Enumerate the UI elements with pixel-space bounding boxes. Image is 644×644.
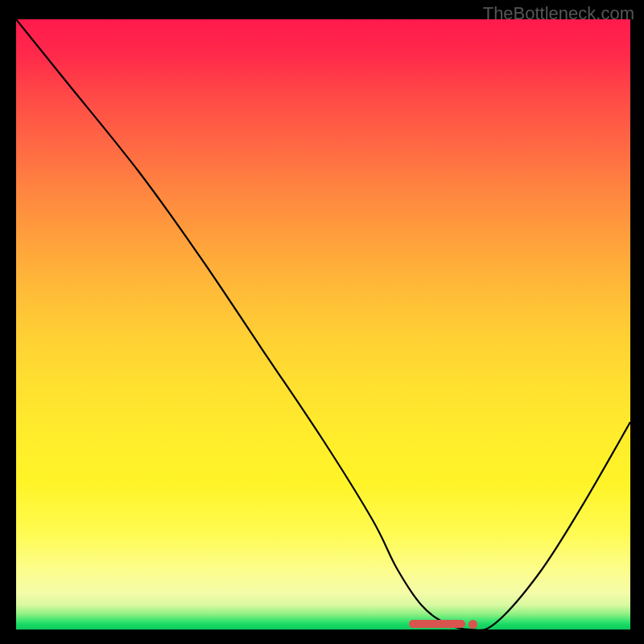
chart-plot-area [16, 19, 630, 630]
optimal-range-marker [409, 620, 465, 628]
watermark-text: TheBottleneck.com [483, 3, 634, 24]
bottleneck-curve [16, 19, 630, 630]
